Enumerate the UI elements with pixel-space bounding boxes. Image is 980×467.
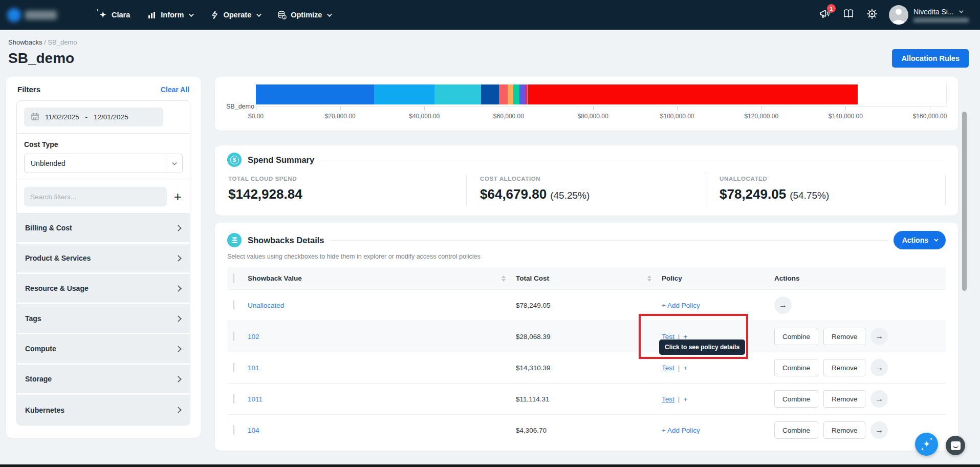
add-policy-plus-link[interactable]: + [683,395,687,403]
gear-icon [866,8,878,22]
remove-button[interactable]: Remove [823,328,865,345]
accordion-item-label: Tags [25,314,41,323]
menu-item-inform[interactable]: Inform [147,10,192,19]
chat-widget-button[interactable] [946,436,965,455]
announcements-button[interactable]: 1 [818,8,832,22]
row-detail-arrow-button[interactable]: → [870,421,888,439]
bar-segment-1011[interactable] [434,84,481,104]
showbacks-details-card: Showbacks Details Actions Select values … [215,223,958,451]
app-logo-blurred[interactable] [7,8,74,22]
add-policy-plus-link[interactable]: + [683,333,687,341]
stat-label: COST ALLOCATION [480,176,706,182]
cost-type-select[interactable]: Unblended [24,154,183,173]
axis-tick: $80,000.00 [593,107,594,110]
menu-label-optimize: Optimize [291,11,322,19]
bar-segment-102[interactable] [256,84,374,104]
bar-segment-101[interactable] [374,84,434,104]
menu-label-operate: Operate [223,11,251,19]
chevron-down-icon [256,12,262,17]
bar-segment-segment-7[interactable] [513,84,519,104]
showback-value-link[interactable]: 104 [248,427,259,434]
clear-all-button[interactable]: Clear All [161,86,189,94]
settings-button[interactable] [865,8,879,22]
bar-segment-segment-6[interactable] [508,84,514,104]
bar-segment-104[interactable] [481,84,499,104]
combine-button[interactable]: Combine [774,421,818,439]
row-detail-arrow-button[interactable]: → [870,328,888,345]
bar-segment-segment-5[interactable] [499,84,507,104]
accordion-item-kubernetes[interactable]: Kubernetes [17,395,190,425]
axis-tick-label: $40,000.00 [409,113,440,120]
combine-button[interactable]: Combine [774,328,818,345]
row-checkbox[interactable] [233,363,234,372]
svg-text:i: i [284,15,285,18]
row-checkbox[interactable] [233,331,234,341]
bottom-taskbar-edge [0,464,980,467]
allocation-rules-button[interactable]: Allocation Rules [892,49,969,68]
showback-value-link[interactable]: 102 [248,333,259,341]
row-detail-arrow-button[interactable]: → [870,359,888,376]
dollar-icon: $ [227,153,242,167]
bar-segment-Unallocated[interactable] [528,84,858,104]
row-detail-arrow-button[interactable]: → [870,390,888,408]
separator: | [678,333,680,341]
accordion-item-storage[interactable]: Storage [17,365,190,395]
add-filter-button[interactable]: + [173,190,183,203]
stat-percent: (45.25%) [550,190,590,201]
remove-button[interactable]: Remove [823,359,865,376]
stat-value: $78,249.05 [720,186,786,202]
axis-tick: $120,000.00 [761,107,762,110]
combine-button[interactable]: Combine [774,359,818,376]
remove-button[interactable]: Remove [823,390,865,408]
accordion-item-tags[interactable]: Tags [17,304,190,334]
menu-item-optimize[interactable]: i Optimize [277,10,331,19]
search-filters-input[interactable] [24,187,167,206]
select-all-checkbox[interactable] [233,273,234,283]
policy-test-link[interactable]: Test [662,364,674,372]
accordion-item-product-services[interactable]: Product & Services [17,244,190,274]
menu-item-operate[interactable]: Operate [210,10,260,19]
filters-heading: Filters [17,85,40,94]
table-row: 101 $14,310.39 Test | + Combine Remove → [227,352,946,383]
showback-value-link[interactable]: 1011 [248,395,263,403]
book-icon [842,9,855,21]
actions-button[interactable]: Actions [894,231,946,249]
user-menu[interactable]: Nivedita Si... [889,5,969,25]
add-policy-link[interactable]: + Add Policy [662,427,700,434]
ai-assistant-button[interactable]: ✦✦✦ [915,433,938,456]
add-policy-plus-link[interactable]: + [683,364,687,372]
breadcrumb-showbacks[interactable]: Showbacks [8,38,42,46]
row-checkbox[interactable] [233,425,234,435]
notification-badge: 1 [827,4,836,13]
accordion-item-billing-cost[interactable]: Billing & Cost [17,214,190,244]
axis-tick-label: $120,000.00 [744,113,778,120]
policy-test-link[interactable]: Test [662,333,674,341]
showback-value-link[interactable]: 101 [248,364,259,372]
combine-button[interactable]: Combine [774,390,818,408]
date-range-picker[interactable]: 11/02/2025 - 12/01/2025 [24,108,163,126]
sort-icon[interactable] [502,275,506,282]
page-scrollbar-thumb[interactable] [962,112,967,291]
accordion-item-compute[interactable]: Compute [17,334,190,365]
row-detail-arrow-button[interactable]: → [774,296,792,314]
row-checkbox[interactable] [233,300,234,310]
bar-segment-segment-8[interactable] [519,84,525,104]
chevron-right-icon [175,376,182,383]
axis-tick-label: $60,000.00 [493,113,524,120]
axis-tick: $0.00 [256,107,256,110]
docs-button[interactable] [842,8,855,22]
top-navbar: ✦+ Clara Inform Operate i Optimize [0,0,980,30]
row-checkbox[interactable] [233,394,234,404]
add-policy-link[interactable]: + Add Policy [662,302,700,309]
policy-test-link[interactable]: Test [662,395,674,403]
remove-button[interactable]: Remove [823,421,865,439]
showback-value-link[interactable]: Unallocated [248,302,284,309]
table-row: Unallocated $78,249.05 + Add Policy → [227,289,946,321]
chevron-down-icon [934,237,938,241]
accordion-item-resource-usage[interactable]: Resource & Usage [17,274,190,304]
divider [330,240,887,241]
axis-tick: $160,000.00 [930,107,930,110]
menu-item-clara[interactable]: ✦+ Clara [98,10,130,19]
sort-icon[interactable] [647,275,651,282]
total-cost-cell: $11,114.31 [516,395,662,403]
